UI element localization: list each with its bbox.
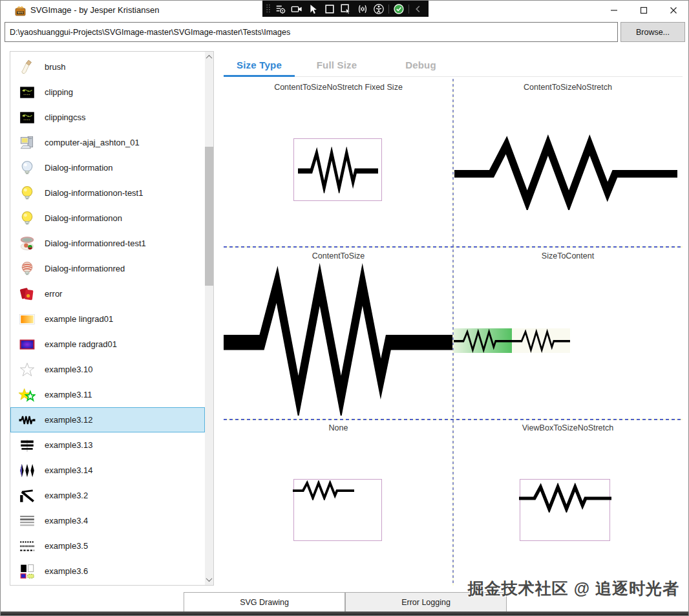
scroll-down-button[interactable] — [205, 574, 213, 585]
confirm-check-icon[interactable] — [390, 2, 407, 16]
sidebar-panel: brushclippingclippingcsscomputer-ajaj_as… — [10, 51, 214, 586]
grid-horizontal-divider-2 — [224, 419, 683, 420]
watermark-text: 掘金技术社区 @ 追逐时光者 — [468, 578, 679, 599]
list-item-label: example3.14 — [45, 465, 92, 475]
lightbulb-red-icon — [19, 260, 36, 277]
star-outline-icon — [19, 361, 36, 378]
list-item-example3.5[interactable]: example3.5 — [10, 533, 205, 558]
list-item-label: Dialog-informationred — [45, 264, 125, 273]
four-squares-icon — [19, 563, 36, 580]
close-button[interactable] — [659, 1, 688, 20]
list-item-label: clippingcss — [45, 112, 86, 122]
list-item-example3.12[interactable]: example3.12 — [10, 407, 205, 432]
list-item-label: Dialog-information — [45, 163, 113, 173]
list-item-label: example radgrad01 — [45, 339, 117, 349]
list-item-label: brush — [45, 62, 66, 72]
chevron-left-icon[interactable] — [410, 2, 426, 16]
resistor-drawing-none — [293, 480, 354, 500]
cell-label-contenttosizenostretch: ContentToSizeNoStretch — [453, 83, 683, 92]
toolbar-separator — [388, 5, 389, 14]
tab-debug[interactable]: Debug — [379, 55, 463, 77]
svg-file-list: brushclippingclippingcsscomputer-ajaj_as… — [10, 54, 205, 585]
browse-button[interactable]: Browse... — [620, 22, 685, 42]
pointer-icon[interactable] — [305, 2, 321, 16]
dashed-lines-icon — [19, 538, 36, 555]
list-item-dialog-information[interactable]: Dialog-information — [10, 155, 205, 180]
lightbulb-yellow-icon — [19, 185, 36, 202]
list-item-example3.2[interactable]: example3.2 — [10, 483, 205, 508]
resistor-icon — [19, 412, 36, 429]
tab-size-type[interactable]: Size Type — [224, 55, 295, 77]
brush-icon — [19, 59, 36, 76]
red-error-icon — [19, 286, 36, 303]
list-item-brush[interactable]: brush — [10, 54, 205, 80]
list-item-label: Dialog-informationon — [45, 213, 122, 223]
list-item-error[interactable]: error — [10, 281, 205, 306]
lightbulb-yellow-icon — [19, 210, 36, 227]
video-camera-icon[interactable] — [288, 2, 304, 16]
cell-label-contenttosize: ContentToSize — [224, 251, 453, 260]
resistor-drawing-nostretch — [454, 134, 677, 210]
window-bottom-edge — [1, 611, 688, 615]
pointer-region-icon[interactable] — [338, 2, 354, 16]
list-item-label: computer-ajaj_ashton_01 — [45, 138, 140, 147]
list-item-computer-ajaj-ashton-01[interactable]: computer-ajaj_ashton_01 — [10, 130, 205, 155]
gear-brackets-icon[interactable] — [354, 2, 370, 16]
accessibility-icon[interactable] — [371, 2, 387, 16]
list-item-label: example3.11 — [45, 390, 92, 399]
black-bars-icon — [19, 437, 36, 454]
grip-dots-icon[interactable] — [264, 2, 272, 16]
resistor-drawing-contenttosize — [224, 263, 452, 416]
two-stars-icon — [19, 387, 36, 403]
toolbar-separator — [408, 5, 409, 14]
list-item-label: example3.5 — [45, 541, 88, 551]
list-item-label: error — [45, 289, 62, 299]
viewbox-image-box — [520, 479, 610, 541]
list-item-example3.14[interactable]: example3.14 — [10, 458, 205, 483]
list-item-dialog-informationred-test1[interactable]: Dialog-informationred-test1 — [10, 231, 205, 256]
resistor-drawing — [298, 147, 378, 193]
plain-resistor-box — [512, 328, 570, 353]
list-item-dialog-informationred[interactable]: Dialog-informationred — [10, 256, 205, 281]
title-bar: SVG SVGImage - by Jesper Kristiansen — [1, 1, 688, 20]
list-item-label: example lingrad01 — [45, 314, 113, 324]
region-select-icon[interactable] — [321, 2, 337, 16]
scrollbar-thumb[interactable] — [205, 147, 213, 286]
list-item-example3.4[interactable]: example3.4 — [10, 508, 205, 533]
radial-gradient-icon — [19, 336, 36, 353]
resistor-drawing-green — [454, 328, 512, 353]
tab-svg-drawing[interactable]: SVG Drawing — [184, 592, 345, 613]
list-item-label: example3.4 — [45, 516, 88, 526]
preview-tabbar: Size Type Full Size Debug — [224, 55, 683, 77]
list-item-example-lingrad01[interactable]: example lingrad01 — [10, 306, 205, 332]
list-item-example3.6[interactable]: example3.6 — [10, 558, 205, 584]
clipping-artwork-icon — [19, 84, 36, 101]
capture-settings-icon[interactable] — [272, 2, 288, 16]
list-item-label: example3.10 — [45, 365, 92, 374]
folder-path-input[interactable] — [5, 22, 618, 42]
list-item-label: example3.6 — [45, 566, 88, 576]
list-item-clipping[interactable]: clipping — [10, 80, 205, 105]
resistor-drawing-viewbox — [519, 483, 611, 513]
list-item-dialog-informationon[interactable]: Dialog-informationon — [10, 206, 205, 231]
tab-full-size[interactable]: Full Size — [295, 55, 379, 77]
list-item-label: example3.12 — [45, 415, 92, 425]
scroll-up-button[interactable] — [205, 52, 213, 63]
spikes-icon — [19, 462, 36, 479]
app-window: SVG SVGImage - by Jesper Kristiansen Bro… — [0, 0, 689, 616]
cell-label-sizetocontent: SizeToContent — [453, 251, 683, 260]
list-item-clippingcss[interactable]: clippingcss — [10, 105, 205, 130]
capture-overlay-toolbar — [262, 1, 429, 17]
maximize-button[interactable] — [629, 1, 659, 20]
sidebar-scrollbar[interactable] — [205, 52, 213, 585]
list-item-example3.13[interactable]: example3.13 — [10, 432, 205, 458]
list-item-label: Dialog-informationred-test1 — [45, 239, 146, 248]
size-type-preview-grid: ContentToSizeNoStretch Fixed Size Conten… — [224, 77, 683, 586]
list-item-example-radgrad01[interactable]: example radgrad01 — [10, 332, 205, 357]
list-item-example3.11[interactable]: example3.11 — [10, 382, 205, 407]
list-item-example3.10[interactable]: example3.10 — [10, 357, 205, 382]
list-item-label: clipping — [45, 87, 73, 97]
list-item-dialog-informationon-test1[interactable]: Dialog-informationon-test1 — [10, 180, 205, 206]
minimize-button[interactable] — [599, 1, 629, 20]
lines-angle-icon — [19, 487, 36, 504]
